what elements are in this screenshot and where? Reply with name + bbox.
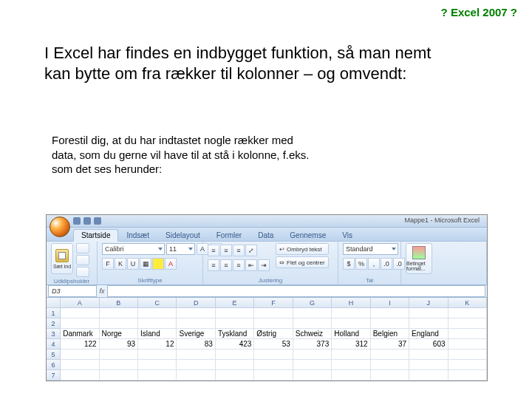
cut-button[interactable]: [76, 243, 89, 253]
cell[interactable]: Danmark: [61, 329, 99, 339]
cell[interactable]: [293, 349, 332, 360]
cell[interactable]: [293, 318, 332, 329]
column-header[interactable]: I: [371, 298, 409, 308]
border-button[interactable]: ▦: [140, 258, 151, 270]
row-header[interactable]: 7: [47, 370, 61, 381]
conditional-format-button[interactable]: Betinget format...: [406, 243, 432, 274]
cell[interactable]: [254, 360, 293, 370]
cell[interactable]: [61, 349, 99, 360]
select-all-corner[interactable]: [47, 298, 61, 308]
cell[interactable]: [293, 360, 332, 370]
quick-access-toolbar[interactable]: [73, 217, 101, 225]
cell[interactable]: [254, 308, 293, 318]
cell[interactable]: [449, 339, 487, 349]
column-header[interactable]: C: [138, 298, 177, 308]
bold-button[interactable]: F: [102, 258, 114, 270]
cell[interactable]: [216, 318, 254, 329]
cell[interactable]: [100, 318, 138, 329]
cell[interactable]: [254, 318, 293, 329]
tab-data[interactable]: Data: [250, 229, 282, 241]
cell[interactable]: 53: [254, 339, 293, 349]
cell[interactable]: [371, 360, 409, 370]
number-format-combo[interactable]: Standard: [343, 243, 398, 255]
cell[interactable]: [254, 370, 293, 381]
cell[interactable]: [216, 308, 254, 318]
cell[interactable]: [177, 360, 215, 370]
cell[interactable]: [216, 349, 254, 360]
cell[interactable]: [177, 318, 215, 329]
qat-redo-icon[interactable]: [94, 217, 101, 225]
cell[interactable]: [61, 370, 99, 381]
cell[interactable]: [293, 308, 332, 318]
cell[interactable]: [216, 360, 254, 370]
cell[interactable]: [409, 370, 448, 381]
cell[interactable]: [449, 329, 487, 339]
wrap-text-button[interactable]: ↩ Ombryd tekst: [276, 243, 329, 255]
row-header[interactable]: 3: [47, 329, 61, 339]
column-header[interactable]: A: [61, 298, 99, 308]
cell[interactable]: [177, 370, 215, 381]
cell[interactable]: [449, 360, 487, 370]
font-color-button[interactable]: A: [165, 258, 177, 270]
cell[interactable]: [293, 370, 332, 381]
inc-decimal-button[interactable]: .0: [381, 258, 392, 270]
font-size-combo[interactable]: 11: [166, 243, 195, 255]
cell[interactable]: Belgien: [371, 329, 409, 339]
cell[interactable]: [138, 308, 177, 318]
align-top-button[interactable]: ≡: [208, 245, 219, 256]
cell[interactable]: Schweiz: [293, 329, 332, 339]
align-left-button[interactable]: ≡: [208, 259, 219, 271]
cell[interactable]: [138, 370, 177, 381]
row-header[interactable]: 6: [47, 360, 61, 370]
cell[interactable]: 312: [332, 339, 370, 349]
column-header[interactable]: F: [254, 298, 293, 308]
cell[interactable]: [61, 360, 99, 370]
column-header[interactable]: G: [293, 298, 332, 308]
cell[interactable]: Holland: [332, 329, 370, 339]
row-header[interactable]: 2: [47, 318, 61, 329]
column-header[interactable]: H: [332, 298, 370, 308]
cell[interactable]: [449, 318, 487, 329]
cell[interactable]: 93: [100, 339, 138, 349]
cell[interactable]: [100, 349, 138, 360]
column-header[interactable]: B: [100, 298, 138, 308]
cell[interactable]: 423: [216, 339, 254, 349]
align-right-button[interactable]: ≡: [233, 259, 245, 271]
cell[interactable]: [449, 349, 487, 360]
cell[interactable]: Tyskland: [216, 329, 254, 339]
cell[interactable]: [138, 349, 177, 360]
cell[interactable]: [216, 370, 254, 381]
cell[interactable]: [100, 370, 138, 381]
align-bottom-button[interactable]: ≡: [233, 245, 245, 256]
tab-gennemse[interactable]: Gennemse: [282, 229, 334, 241]
cell[interactable]: Norge: [100, 329, 138, 339]
font-name-combo[interactable]: Calibri: [102, 243, 165, 255]
column-header[interactable]: J: [409, 298, 448, 308]
column-header[interactable]: K: [449, 298, 487, 308]
cell[interactable]: [177, 349, 215, 360]
indent-dec-button[interactable]: ⇤: [245, 259, 257, 271]
indent-inc-button[interactable]: ⇥: [258, 259, 270, 271]
row-header[interactable]: 4: [47, 339, 61, 349]
column-header[interactable]: E: [216, 298, 254, 308]
copy-button[interactable]: [76, 255, 89, 265]
row-header[interactable]: 5: [47, 349, 61, 360]
cell[interactable]: 373: [293, 339, 332, 349]
cell[interactable]: [61, 308, 99, 318]
cell[interactable]: [371, 308, 409, 318]
cell[interactable]: [332, 308, 370, 318]
cell[interactable]: Sverige: [177, 329, 215, 339]
fill-color-button[interactable]: [152, 258, 164, 270]
cell[interactable]: Østrig: [254, 329, 293, 339]
cell[interactable]: [100, 360, 138, 370]
office-button[interactable]: [50, 216, 70, 237]
cell[interactable]: [332, 370, 370, 381]
paste-button[interactable]: Sæt ind: [51, 243, 73, 274]
tab-sidelayout[interactable]: Sidelayout: [157, 229, 208, 241]
cell[interactable]: [409, 308, 448, 318]
cell[interactable]: Island: [138, 329, 177, 339]
tab-startside[interactable]: Startside: [73, 229, 118, 242]
cell[interactable]: [177, 308, 215, 318]
cell[interactable]: England: [409, 329, 448, 339]
orientation-button[interactable]: ⤢: [245, 245, 257, 256]
